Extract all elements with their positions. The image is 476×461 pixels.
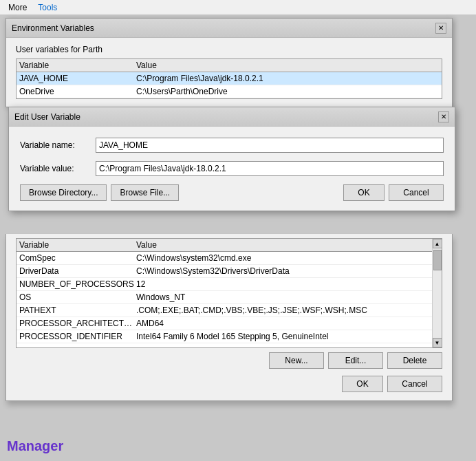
user-val-cell-2: C:\Users\Parth\OneDrive [136,87,439,96]
sys-var-cell-3: NUMBER_OF_PROCESSORS [19,279,136,289]
sys-var-cell-4: OS [19,292,136,302]
sys-edit-button[interactable]: Edit... [328,352,383,369]
user-val-col-header: Value [136,61,439,70]
sys-var-cell-5: PATHEXT [19,305,136,315]
sys-vars-header: Variable Value [17,239,432,252]
sys-vars-table-container: Variable Value ComSpec C:\Windows\system… [16,238,442,348]
edit-cancel-button[interactable]: Cancel [389,184,444,201]
sys-val-col-header: Value [136,240,429,250]
env-variables-dialog: Environment Variables ✕ User variables f… [6,18,453,107]
sys-var-row-7[interactable]: PROCESSOR_IDENTIFIER Intel64 Family 6 Mo… [17,330,432,343]
env-dialog-close-button[interactable]: ✕ [435,23,446,34]
scroll-up-button[interactable]: ▲ [433,239,442,248]
scroll-down-button[interactable]: ▼ [433,338,442,347]
sys-var-cell-6: PROCESSOR_ARCHITECTURE [19,319,136,328]
sys-var-cell-7: PROCESSOR_IDENTIFIER [19,332,136,341]
env-dialog-titlebar: Environment Variables ✕ [6,19,452,38]
scroll-thumb[interactable] [433,250,442,270]
sys-val-cell-5: .COM;.EXE;.BAT;.CMD;.VBS;.VBE;.JS;.JSE;.… [136,305,429,315]
env-dialog-bottom-buttons: OK Cancel [16,376,442,398]
sys-var-row-3[interactable]: NUMBER_OF_PROCESSORS 12 [17,278,432,291]
var-value-label: Variable value: [20,164,96,173]
env-dialog-body: User variables for Parth Variable Value … [6,38,452,107]
user-var-row-1[interactable]: JAVA_HOME C:\Program Files\Java\jdk-18.0… [17,72,442,85]
browse-directory-button[interactable]: Browse Directory... [20,184,107,201]
sys-vars-section: Variable Value ComSpec C:\Windows\system… [6,234,452,400]
sys-var-row-1[interactable]: ComSpec C:\Windows\system32\cmd.exe [17,252,432,265]
user-var-cell-2: OneDrive [19,87,136,96]
edit-dialog-buttons: Browse Directory... Browse File... OK Ca… [20,184,444,201]
background-manager-label: Manager [7,438,63,454]
sys-new-button[interactable]: New... [269,352,324,369]
sys-val-cell-7: Intel64 Family 6 Model 165 Stepping 5, G… [136,332,429,341]
sys-var-col-header: Variable [19,240,136,250]
browse-file-button[interactable]: Browse File... [111,184,179,201]
sys-vars-table-content: Variable Value ComSpec C:\Windows\system… [17,239,432,347]
sys-val-cell-4: Windows_NT [136,292,429,302]
sys-val-cell-6: AMD64 [136,319,429,328]
edit-dialog-titlebar: Edit User Variable ✕ [9,107,455,127]
user-var-cell-1: JAVA_HOME [19,74,136,83]
edit-dialog-title: Edit User Variable [14,112,80,122]
sys-val-cell-2: C:\Windows\System32\Drivers\DriverData [136,266,429,276]
user-vars-table: Variable Value JAVA_HOME C:\Program File… [16,58,442,100]
user-vars-header: Variable Value [17,59,442,72]
env-dialog-bottom: Variable Value ComSpec C:\Windows\system… [6,234,453,401]
sys-var-row-2[interactable]: DriverData C:\Windows\System32\Drivers\D… [17,265,432,278]
sys-var-cell-2: DriverData [19,266,136,276]
edit-ok-button[interactable]: OK [343,184,385,201]
user-vars-table-container: Variable Value JAVA_HOME C:\Program File… [16,58,442,99]
var-name-input[interactable] [96,138,444,153]
sys-var-row-6[interactable]: PROCESSOR_ARCHITECTURE AMD64 [17,317,432,330]
user-var-col-header: Variable [19,61,136,70]
var-name-label: Variable name: [20,140,96,150]
sys-delete-button[interactable]: Delete [387,352,442,369]
edit-dialog-ok-cancel: OK Cancel [343,184,444,201]
sys-val-cell-1: C:\Windows\system32\cmd.exe [136,253,429,263]
edit-dialog-body: Variable name: Variable value: Browse Di… [9,127,455,211]
sys-var-row-5[interactable]: PATHEXT .COM;.EXE;.BAT;.CMD;.VBS;.VBE;.J… [17,304,432,317]
user-val-cell-1: C:\Program Files\Java\jdk-18.0.2.1 [136,74,439,83]
sys-var-row-4[interactable]: OS Windows_NT [17,291,432,304]
menu-more[interactable]: More [3,1,32,14]
sys-vars-scrollbar[interactable]: ▲ ▼ [432,239,442,347]
menu-bar: More Tools [0,0,476,15]
edit-user-variable-dialog: Edit User Variable ✕ Variable name: Vari… [8,107,455,211]
edit-dialog-close-button[interactable]: ✕ [438,111,449,122]
menu-tools[interactable]: Tools [32,1,63,14]
sys-val-cell-3: 12 [136,279,429,289]
var-value-input[interactable] [96,161,444,176]
var-value-row: Variable value: [20,161,444,176]
env-cancel-button[interactable]: Cancel [387,376,442,392]
sys-var-cell-1: ComSpec [19,253,136,263]
env-ok-button[interactable]: OK [342,376,383,392]
user-var-row-2[interactable]: OneDrive C:\Users\Parth\OneDrive [17,85,442,98]
user-section-label: User variables for Parth [16,45,442,54]
env-dialog-title: Environment Variables [12,23,94,33]
sys-vars-action-buttons: New... Edit... Delete [16,352,442,369]
var-name-row: Variable name: [20,138,444,153]
